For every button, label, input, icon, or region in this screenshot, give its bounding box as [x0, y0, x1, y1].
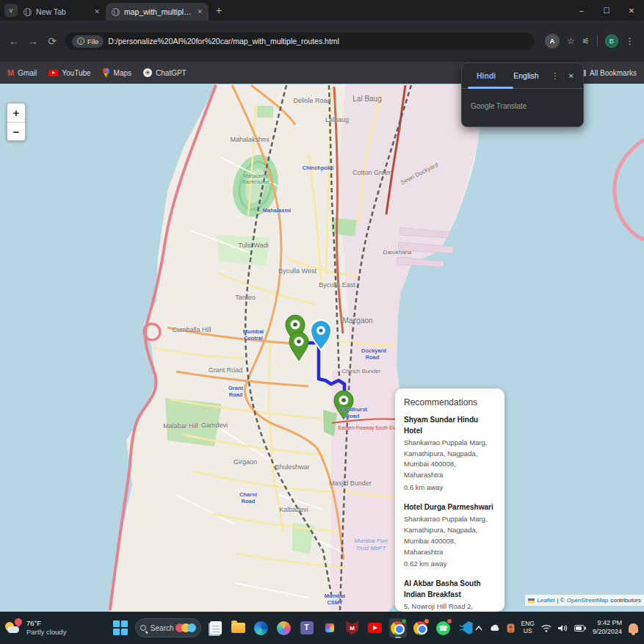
- map-label: Cumballa Hill: [172, 326, 211, 333]
- reload-button[interactable]: ⟳: [43, 35, 62, 47]
- place-address: 5, Nowroji Hill Road 2, Dongri, Umerkhad…: [404, 601, 496, 612]
- place-name: Shyam Sundar Hindu Hotel: [404, 415, 496, 436]
- bookmark-label: ChatGPT: [156, 69, 187, 77]
- teams-icon[interactable]: T: [298, 618, 316, 637]
- new-tab-button[interactable]: +: [216, 4, 222, 16]
- browser-tab-strip: v New Tab ✕ map_with_multiple_routes.htm…: [0, 0, 644, 21]
- copilot-icon[interactable]: [275, 618, 293, 637]
- osm-link[interactable]: OpenStreetMap: [567, 597, 608, 604]
- translate-footer-label: Google Translate: [462, 89, 583, 110]
- forward-button[interactable]: →: [23, 35, 43, 47]
- site-info-chip[interactable]: i File: [72, 35, 104, 48]
- maps-pin-icon: [103, 68, 110, 78]
- tray-app-icon[interactable]: [507, 623, 515, 633]
- whatsapp-icon[interactable]: ☎: [435, 618, 452, 637]
- map-station-label: Grant Road: [225, 386, 246, 398]
- tray-chevron-up-icon[interactable]: [475, 626, 482, 631]
- back-button[interactable]: ←: [4, 35, 23, 47]
- translate-close-icon[interactable]: ✕: [568, 72, 574, 80]
- recommendation-item[interactable]: Shyam Sundar Hindu Hotel Shankarrao Pupp…: [404, 415, 496, 493]
- translate-tab-hindi[interactable]: Hindi: [468, 71, 504, 80]
- translate-tab-english[interactable]: English: [504, 71, 547, 80]
- bookmark-chatgpt[interactable]: ✳ ChatGPT: [143, 68, 187, 77]
- weather-icon: [4, 620, 22, 636]
- onedrive-cloud-icon[interactable]: [489, 624, 500, 632]
- map-label: Tulsi Wadi: [238, 242, 268, 249]
- map-station-label: Sandhurst Road: [340, 407, 365, 419]
- place-name: Hotel Durga Parmeshwari: [404, 502, 496, 513]
- chatgpt-icon: ✳: [143, 68, 152, 77]
- file-explorer-icon[interactable]: [230, 618, 247, 637]
- map-label: Lalbaug: [325, 116, 349, 123]
- chrome-active-icon[interactable]: [389, 618, 407, 637]
- tab-close-icon[interactable]: ✕: [197, 8, 203, 15]
- zoom-in-button[interactable]: +: [7, 104, 25, 122]
- language-indicator[interactable]: ENGUS: [521, 621, 535, 635]
- taskbar-search[interactable]: Search: [135, 618, 201, 637]
- map-label: Mazgaon: [342, 316, 372, 325]
- map-label: Tardeo: [235, 294, 256, 301]
- map-label: Mahalakshmi: [230, 136, 269, 143]
- bookmark-youtube[interactable]: YouTube: [48, 69, 90, 77]
- microsoft-store-icon[interactable]: [321, 618, 339, 637]
- weather-condition: Partly cloudy: [26, 628, 66, 637]
- map-label: Chinch Bunder: [342, 368, 381, 375]
- volume-icon[interactable]: [558, 624, 568, 632]
- extensions-icon[interactable]: ⚟: [582, 37, 590, 46]
- chrome-icon[interactable]: [412, 618, 430, 637]
- leaflet-link[interactable]: Leaflet: [537, 597, 554, 604]
- battery-icon[interactable]: [574, 625, 586, 632]
- attribution-suffix: contributors: [610, 597, 641, 604]
- window-maximize-button[interactable]: ☐: [594, 0, 619, 21]
- edge-icon[interactable]: [253, 618, 270, 637]
- map-label: Masjid Bunder: [329, 480, 372, 487]
- notification-bell-icon[interactable]: [629, 623, 638, 633]
- all-bookmarks-button[interactable]: All Bookmarks: [577, 69, 637, 77]
- start-button[interactable]: [113, 621, 128, 635]
- map-label: Bhuleshwar: [275, 463, 309, 471]
- mcafee-icon[interactable]: M: [344, 618, 361, 637]
- url-text[interactable]: D:/personalize%20AI%20for%20car/map_with…: [108, 37, 339, 46]
- tab-new-tab[interactable]: New Tab ✕: [18, 3, 106, 21]
- system-tray: ENGUS 9:42 PM 9/20/2024: [475, 619, 638, 636]
- notepad-icon[interactable]: [207, 618, 225, 637]
- windows-taskbar: 76°F Partly cloudy Search T M ☎ ENGUS: [0, 612, 644, 644]
- recommendation-item[interactable]: Al Akbar Basha South Indian Breakfast 5,…: [404, 579, 496, 612]
- profile-avatar[interactable]: B: [605, 35, 618, 48]
- tab-close-icon[interactable]: ✕: [94, 8, 100, 15]
- map-area[interactable]: Delisle Road Lal Baug Lalbaug Mahalakshm…: [0, 84, 644, 612]
- weather-widget[interactable]: 76°F Partly cloudy: [4, 619, 78, 637]
- map-label: Byculla East: [319, 281, 355, 289]
- tab-map-routes[interactable]: map_with_multiple_routes.html ✕: [106, 3, 209, 21]
- page-favicon: [23, 8, 32, 16]
- map-road-label: Eastern Freeway South Ext: [338, 425, 396, 430]
- zoom-out-button[interactable]: −: [7, 122, 25, 140]
- translate-icon[interactable]: A: [545, 34, 560, 48]
- window-minimize-button[interactable]: –: [569, 0, 594, 21]
- youtube-icon: [48, 70, 58, 76]
- tab-title: map_with_multiple_routes.html: [124, 7, 192, 16]
- map-label: Girgaon: [234, 458, 257, 466]
- vscode-icon[interactable]: [457, 618, 475, 637]
- address-bar[interactable]: i File D:/personalize%20AI%20for%20car/m…: [65, 32, 535, 50]
- translate-options-icon[interactable]: ⋮: [551, 71, 560, 81]
- map-park-label: Mahalaxmi Racecourse: [237, 173, 274, 184]
- place-address: Shankarrao Puppala Marg, Kamathipura, Na…: [404, 514, 496, 557]
- clock-widget[interactable]: 9:42 PM 9/20/2024: [593, 619, 622, 636]
- taskbar-apps: T M ☎: [207, 618, 475, 637]
- bookmark-maps[interactable]: Maps: [103, 68, 131, 78]
- wifi-icon[interactable]: [541, 624, 551, 632]
- map-label: Mumbai Port Trust MbPT: [348, 538, 394, 551]
- page-favicon: [112, 8, 120, 16]
- map-label: Gamdevi: [201, 422, 228, 429]
- youtube-app-icon[interactable]: [366, 618, 384, 637]
- recommendation-item[interactable]: Hotel Durga Parmeshwari Shankarrao Puppa…: [404, 502, 496, 570]
- map-station-label: Dockyard Road: [361, 348, 383, 361]
- window-close-button[interactable]: ✕: [619, 0, 644, 21]
- map-zoom-control: + −: [7, 103, 26, 141]
- bookmark-star-icon[interactable]: ☆: [567, 36, 575, 46]
- bookmark-gmail[interactable]: M Gmail: [7, 68, 37, 77]
- browser-menu-icon[interactable]: ⋮: [626, 36, 634, 46]
- info-icon: i: [77, 37, 84, 45]
- tab-search-button[interactable]: v: [4, 4, 18, 17]
